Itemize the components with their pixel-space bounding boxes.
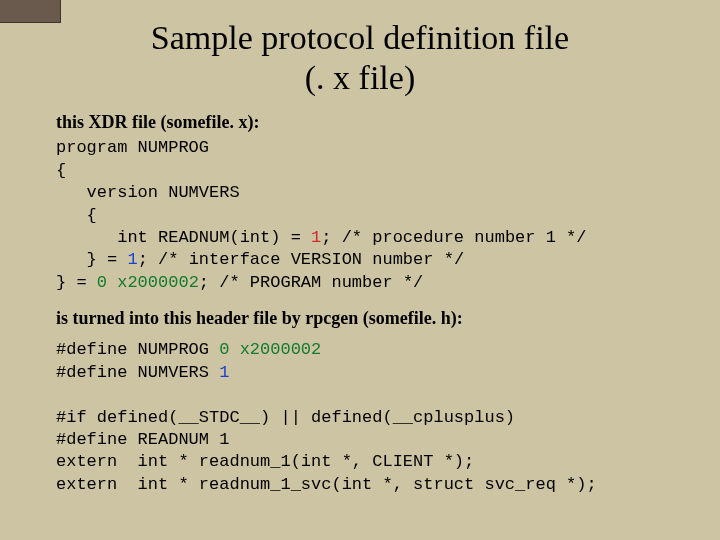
slide-body: Sample protocol definition file (. x fil… xyxy=(0,0,720,530)
code-line: ; /* interface VERSION number */ xyxy=(138,250,464,269)
code-line: } = xyxy=(56,250,127,269)
version-number: 1 xyxy=(127,250,137,269)
code-line: { xyxy=(56,161,66,180)
slide-title: Sample protocol definition file (. x fil… xyxy=(56,18,664,98)
code-line: extern int * readnum_1_svc(int *, struct… xyxy=(56,475,597,494)
code-line: program NUMPROG xyxy=(56,138,209,157)
title-line-1: Sample protocol definition file xyxy=(151,19,569,56)
code-line: int READNUM(int) = xyxy=(56,228,311,247)
code-line: ; /* PROGRAM number */ xyxy=(199,273,423,292)
code-line: { xyxy=(56,206,97,225)
header-lead: is turned into this header file by rpcge… xyxy=(56,308,664,329)
header-code-block: #define NUMPROG 0 x2000002 #define NUMVE… xyxy=(56,339,664,496)
code-line: version NUMVERS xyxy=(56,183,240,202)
code-line: #define NUMPROG xyxy=(56,340,219,359)
version-number: 1 xyxy=(219,363,229,382)
code-line: extern int * readnum_1(int *, CLIENT *); xyxy=(56,452,474,471)
code-line: ; /* procedure number 1 */ xyxy=(321,228,586,247)
corner-tab xyxy=(0,0,61,23)
xdr-lead: this XDR file (somefile. x): xyxy=(56,112,664,133)
program-number: 0 x2000002 xyxy=(219,340,321,359)
title-line-2: (. x file) xyxy=(305,59,415,96)
code-line: #define NUMVERS xyxy=(56,363,219,382)
code-line: #if defined(__STDC__) || defined(__cplus… xyxy=(56,408,515,427)
code-line: } = xyxy=(56,273,97,292)
xdr-code-block: program NUMPROG { version NUMVERS { int … xyxy=(56,137,664,294)
code-line: #define READNUM 1 xyxy=(56,430,229,449)
program-number: 0 x2000002 xyxy=(97,273,199,292)
proc-number: 1 xyxy=(311,228,321,247)
